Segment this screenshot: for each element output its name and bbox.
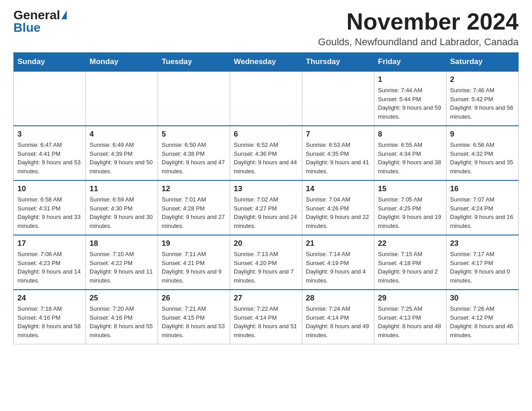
calendar-cell: 20Sunrise: 7:13 AM Sunset: 4:20 PM Dayli… [230,235,302,290]
day-info: Sunrise: 7:21 AM Sunset: 4:15 PM Dayligh… [162,304,226,339]
day-number: 11 [90,184,154,193]
calendar-cell: 21Sunrise: 7:14 AM Sunset: 4:19 PM Dayli… [302,235,374,290]
day-info: Sunrise: 6:59 AM Sunset: 4:30 PM Dayligh… [90,195,154,230]
header-saturday: Saturday [446,53,519,72]
day-info: Sunrise: 7:18 AM Sunset: 4:16 PM Dayligh… [17,304,82,339]
day-number: 4 [90,130,154,139]
day-info: Sunrise: 6:49 AM Sunset: 4:39 PM Dayligh… [90,141,154,176]
day-info: Sunrise: 7:08 AM Sunset: 4:23 PM Dayligh… [17,250,82,285]
calendar-cell [158,71,230,126]
day-info: Sunrise: 6:53 AM Sunset: 4:35 PM Dayligh… [306,141,370,176]
page-header: General Blue November 2024 Goulds, Newfo… [13,9,519,48]
day-number: 7 [306,130,370,139]
calendar-cell: 8Sunrise: 6:55 AM Sunset: 4:34 PM Daylig… [374,126,446,180]
week-row-4: 17Sunrise: 7:08 AM Sunset: 4:23 PM Dayli… [14,235,519,290]
calendar-cell: 10Sunrise: 6:58 AM Sunset: 4:31 PM Dayli… [14,180,86,235]
day-info: Sunrise: 6:47 AM Sunset: 4:41 PM Dayligh… [17,141,82,176]
day-info: Sunrise: 7:02 AM Sunset: 4:27 PM Dayligh… [234,195,298,230]
day-number: 24 [17,294,82,303]
day-number: 16 [450,184,515,193]
calendar-cell: 30Sunrise: 7:26 AM Sunset: 4:12 PM Dayli… [446,290,519,344]
day-number: 26 [162,294,226,303]
day-info: Sunrise: 7:20 AM Sunset: 4:16 PM Dayligh… [90,304,154,339]
day-info: Sunrise: 7:04 AM Sunset: 4:26 PM Dayligh… [306,195,370,230]
day-number: 2 [450,75,515,84]
day-info: Sunrise: 7:22 AM Sunset: 4:14 PM Dayligh… [234,304,298,339]
day-info: Sunrise: 6:55 AM Sunset: 4:34 PM Dayligh… [378,141,442,176]
calendar-cell: 12Sunrise: 7:01 AM Sunset: 4:28 PM Dayli… [158,180,230,235]
day-info: Sunrise: 7:46 AM Sunset: 5:42 PM Dayligh… [450,86,515,121]
header-sunday: Sunday [14,53,86,72]
logo-arrow-icon [61,10,67,19]
calendar-header-row: SundayMondayTuesdayWednesdayThursdayFrid… [14,53,519,72]
calendar-cell: 15Sunrise: 7:05 AM Sunset: 4:25 PM Dayli… [374,180,446,235]
day-number: 8 [378,130,442,139]
header-monday: Monday [86,53,158,72]
day-number: 12 [162,184,226,193]
calendar-cell: 25Sunrise: 7:20 AM Sunset: 4:16 PM Dayli… [86,290,158,344]
header-wednesday: Wednesday [230,53,302,72]
calendar-cell [230,71,302,126]
day-number: 3 [17,130,82,139]
day-info: Sunrise: 7:10 AM Sunset: 4:22 PM Dayligh… [90,250,154,285]
calendar-title: November 2024 [318,9,519,34]
day-info: Sunrise: 7:07 AM Sunset: 4:24 PM Dayligh… [450,195,515,230]
calendar-cell: 6Sunrise: 6:52 AM Sunset: 4:36 PM Daylig… [230,126,302,180]
day-info: Sunrise: 7:11 AM Sunset: 4:21 PM Dayligh… [162,250,226,285]
header-tuesday: Tuesday [158,53,230,72]
day-number: 20 [234,239,298,248]
day-number: 28 [306,294,370,303]
calendar-cell: 29Sunrise: 7:25 AM Sunset: 4:13 PM Dayli… [374,290,446,344]
calendar-cell [302,71,374,126]
logo-general: General [13,9,60,21]
day-number: 9 [450,130,515,139]
logo-blue: Blue [13,21,41,34]
day-number: 10 [17,184,82,193]
logo: General Blue [13,9,67,34]
calendar-cell: 26Sunrise: 7:21 AM Sunset: 4:15 PM Dayli… [158,290,230,344]
calendar-cell: 13Sunrise: 7:02 AM Sunset: 4:27 PM Dayli… [230,180,302,235]
day-info: Sunrise: 7:17 AM Sunset: 4:17 PM Dayligh… [450,250,515,285]
day-number: 13 [234,184,298,193]
calendar-cell: 11Sunrise: 6:59 AM Sunset: 4:30 PM Dayli… [86,180,158,235]
day-info: Sunrise: 7:26 AM Sunset: 4:12 PM Dayligh… [450,304,515,339]
calendar-cell: 27Sunrise: 7:22 AM Sunset: 4:14 PM Dayli… [230,290,302,344]
day-info: Sunrise: 7:24 AM Sunset: 4:14 PM Dayligh… [306,304,370,339]
day-number: 6 [234,130,298,139]
calendar-cell: 9Sunrise: 6:56 AM Sunset: 4:32 PM Daylig… [446,126,519,180]
calendar-cell: 4Sunrise: 6:49 AM Sunset: 4:39 PM Daylig… [86,126,158,180]
day-number: 23 [450,239,515,248]
day-info: Sunrise: 6:50 AM Sunset: 4:38 PM Dayligh… [162,141,226,176]
calendar-table: SundayMondayTuesdayWednesdayThursdayFrid… [13,52,519,344]
week-row-1: 1Sunrise: 7:44 AM Sunset: 5:44 PM Daylig… [14,71,519,126]
day-number: 5 [162,130,226,139]
header-thursday: Thursday [302,53,374,72]
day-number: 15 [378,184,442,193]
calendar-cell: 3Sunrise: 6:47 AM Sunset: 4:41 PM Daylig… [14,126,86,180]
day-number: 21 [306,239,370,248]
calendar-cell: 18Sunrise: 7:10 AM Sunset: 4:22 PM Dayli… [86,235,158,290]
day-info: Sunrise: 6:52 AM Sunset: 4:36 PM Dayligh… [234,141,298,176]
calendar-subtitle: Goulds, Newfoundland and Labrador, Canad… [318,36,519,48]
calendar-cell: 16Sunrise: 7:07 AM Sunset: 4:24 PM Dayli… [446,180,519,235]
day-number: 17 [17,239,82,248]
day-number: 14 [306,184,370,193]
day-number: 22 [378,239,442,248]
calendar-cell: 19Sunrise: 7:11 AM Sunset: 4:21 PM Dayli… [158,235,230,290]
day-info: Sunrise: 7:14 AM Sunset: 4:19 PM Dayligh… [306,250,370,285]
calendar-cell [14,71,86,126]
title-area: November 2024 Goulds, Newfoundland and L… [318,9,519,48]
day-info: Sunrise: 7:44 AM Sunset: 5:44 PM Dayligh… [378,86,442,121]
calendar-cell: 7Sunrise: 6:53 AM Sunset: 4:35 PM Daylig… [302,126,374,180]
day-number: 25 [90,294,154,303]
day-info: Sunrise: 7:01 AM Sunset: 4:28 PM Dayligh… [162,195,226,230]
day-number: 19 [162,239,226,248]
calendar-cell: 23Sunrise: 7:17 AM Sunset: 4:17 PM Dayli… [446,235,519,290]
day-info: Sunrise: 7:25 AM Sunset: 4:13 PM Dayligh… [378,304,442,339]
calendar-cell: 17Sunrise: 7:08 AM Sunset: 4:23 PM Dayli… [14,235,86,290]
week-row-3: 10Sunrise: 6:58 AM Sunset: 4:31 PM Dayli… [14,180,519,235]
week-row-2: 3Sunrise: 6:47 AM Sunset: 4:41 PM Daylig… [14,126,519,180]
calendar-cell: 14Sunrise: 7:04 AM Sunset: 4:26 PM Dayli… [302,180,374,235]
calendar-cell: 5Sunrise: 6:50 AM Sunset: 4:38 PM Daylig… [158,126,230,180]
day-number: 27 [234,294,298,303]
